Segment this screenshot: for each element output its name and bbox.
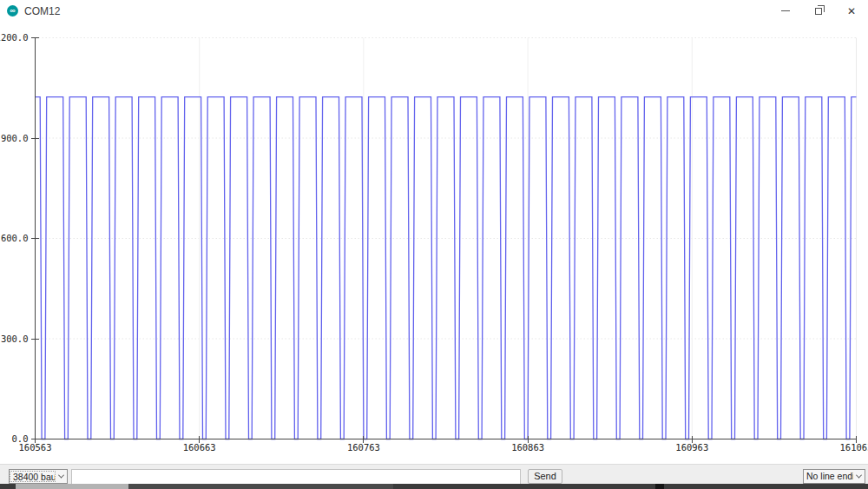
taskbar-segment [16, 484, 128, 489]
x-tick-label: 160963 [675, 442, 708, 453]
restore-icon [815, 8, 822, 15]
close-button[interactable]: ✕ [835, 0, 868, 22]
minimize-button[interactable] [769, 0, 802, 22]
taskbar-segment [655, 484, 664, 489]
x-tick-label: 160563 [19, 442, 52, 453]
y-tick-label: 300.0 [1, 334, 29, 344]
y-tick-label: 1200.0 [0, 32, 29, 43]
line-ending-select[interactable]: No line ending [803, 469, 865, 484]
y-tick-label: 600.0 [1, 233, 29, 243]
window-title: COM12 [24, 5, 60, 17]
x-tick-label: 161063 [840, 442, 868, 453]
x-tick-label: 160763 [347, 442, 380, 453]
line-ending-dropdown-arrow[interactable] [853, 470, 865, 483]
chevron-down-icon [856, 472, 862, 479]
serial-plotter-window: ∞ COM12 ✕ 0.0300.0600.0900.01200.0160563… [0, 0, 868, 489]
baud-rate-select[interactable]: 38400 baud [9, 469, 68, 484]
serial-message-input[interactable] [71, 469, 521, 485]
y-tick-label: 900.0 [1, 133, 29, 143]
x-tick-label: 160663 [183, 442, 216, 453]
send-button[interactable]: Send [528, 469, 562, 484]
chevron-down-icon [58, 472, 64, 479]
taskbar-strip[interactable] [0, 484, 868, 489]
bottom-bar: 38400 baud Send No line ending [0, 464, 868, 484]
taskbar-segment [128, 484, 393, 489]
baud-rate-value: 38400 baud [10, 471, 56, 482]
waveform-line [36, 97, 857, 439]
minimize-icon [781, 10, 790, 11]
window-controls: ✕ [769, 0, 868, 22]
line-ending-value: No line ending [804, 471, 853, 482]
baud-dropdown-arrow[interactable] [56, 470, 67, 483]
plot-area: 0.0300.0600.0900.01200.01605631606631607… [0, 22, 868, 464]
arduino-app-icon: ∞ [7, 5, 18, 17]
restore-button[interactable] [802, 0, 835, 22]
x-tick-label: 160863 [511, 442, 544, 453]
serial-plotter-chart: 0.0300.0600.0900.01200.01605631606631607… [0, 22, 868, 464]
titlebar: ∞ COM12 ✕ [0, 0, 868, 22]
close-icon: ✕ [847, 6, 856, 17]
